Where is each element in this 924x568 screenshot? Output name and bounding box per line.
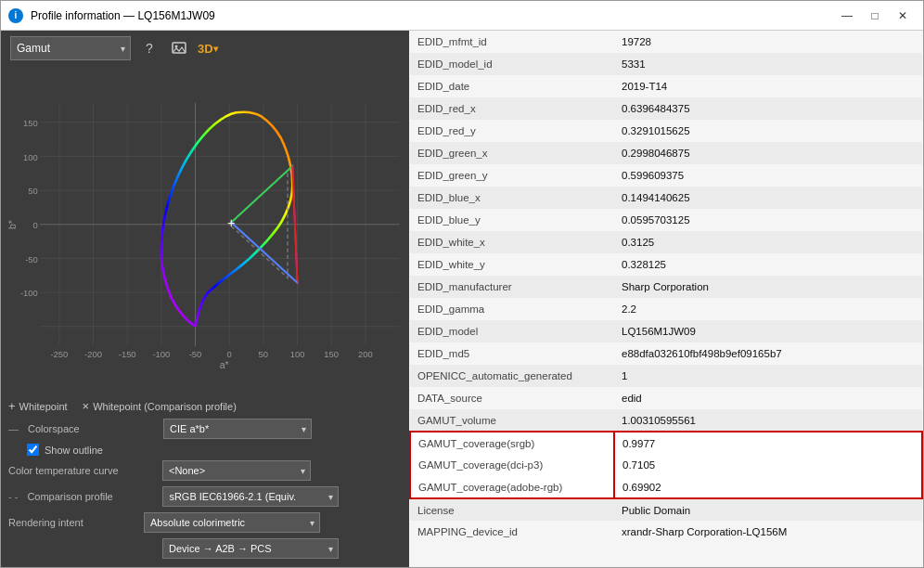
cross-icon: × [83, 399, 90, 413]
svg-text:150: 150 [324, 349, 339, 359]
gamut-chart: 150 100 50 0 -50 -100 -250 -200 -150 -10… [1, 66, 409, 393]
svg-text:+: + [227, 215, 236, 230]
svg-text:a*: a* [220, 360, 229, 370]
direction-select[interactable]: Device → A2B → PCS [162, 538, 339, 559]
row-value: Public Domain [614, 498, 922, 521]
svg-text:200: 200 [358, 349, 373, 359]
row-key: EDID_mfmt_id [410, 31, 614, 53]
table-row: GAMUT_volume1.00310595561 [410, 409, 922, 432]
app-icon: i [8, 8, 23, 23]
data-table-container[interactable]: EDID_mfmt_id19728EDID_model_id5331EDID_d… [409, 31, 923, 567]
table-row: LicensePublic Domain [410, 498, 922, 521]
row-key: DATA_source [410, 387, 614, 409]
row-value: 0.69902 [614, 476, 922, 498]
row-key: EDID_red_y [410, 120, 614, 142]
colorspace-row: — Colorspace CIE a*b* [8, 416, 402, 442]
comparison-label: Comparison profile [27, 491, 157, 502]
table-row: DATA_sourceedid [410, 387, 922, 409]
row-value: 2.2 [614, 298, 922, 320]
svg-text:100: 100 [23, 152, 38, 162]
row-key: EDID_white_x [410, 231, 614, 253]
row-value: 0.2998046875 [614, 142, 922, 164]
row-key: EDID_white_y [410, 253, 614, 276]
whitepoint-comparison-label: Whitepoint (Comparison profile) [93, 401, 237, 412]
svg-text:-250: -250 [50, 349, 68, 359]
table-row: EDID_blue_x0.1494140625 [410, 187, 922, 209]
whitepoint-legend: + Whitepoint [8, 399, 68, 413]
row-key: OPENICC_automatic_generated [410, 365, 614, 387]
table-row: EDID_green_x0.2998046875 [410, 142, 922, 164]
row-value: LQ156M1JW09 [614, 320, 922, 342]
comparison-row: - - Comparison profile sRGB IEC61966-2.1… [8, 484, 402, 510]
maximize-button[interactable]: □ [862, 6, 888, 26]
svg-text:-100: -100 [20, 288, 38, 298]
color-temp-label: Color temperature curve [8, 465, 157, 476]
row-key: EDID_blue_y [410, 209, 614, 231]
main-window: i Profile information — LQ156M1JW09 — □ … [0, 0, 924, 568]
table-row: EDID_manufacturerSharp Corporation [410, 276, 922, 298]
row-value: xrandr-Sharp Corporation-LQ156M [614, 521, 922, 543]
chart-area: 150 100 50 0 -50 -100 -250 -200 -150 -10… [1, 66, 409, 393]
table-row: EDID_gamma2.2 [410, 298, 922, 320]
image-button[interactable] [168, 37, 190, 59]
row-key: EDID_date [410, 75, 614, 97]
color-temp-row: Color temperature curve <None> [8, 458, 402, 484]
minimize-button[interactable]: — [834, 6, 860, 26]
row-value: 0.9977 [614, 432, 922, 454]
table-row: EDID_white_y0.328125 [410, 253, 922, 276]
row-value: 1 [614, 365, 922, 387]
row-key: EDID_gamma [410, 298, 614, 320]
comparison-select[interactable]: sRGB IEC61966-2.1 (Equiv. [162, 486, 339, 507]
row-value: 2019-T14 [614, 75, 922, 97]
table-row: EDID_date2019-T14 [410, 75, 922, 97]
close-button[interactable]: ✕ [890, 6, 916, 26]
direction-row: Device → A2B → PCS [8, 536, 402, 562]
row-value: 0.599609375 [614, 164, 922, 187]
row-value: 0.3125 [614, 231, 922, 253]
gamut-toolbar: Gamut ? 3D ▾ [1, 31, 409, 66]
row-key: EDID_green_y [410, 164, 614, 187]
plus-icon: + [8, 399, 16, 413]
three-d-arrow: ▾ [213, 44, 218, 54]
row-key: GAMUT_coverage(adobe-rgb) [410, 476, 614, 498]
gamut-select-wrapper: Gamut [10, 36, 131, 60]
window-title: Profile information — LQ156M1JW09 [31, 9, 834, 22]
colorspace-select[interactable]: CIE a*b* [163, 419, 312, 439]
row-value: Sharp Corporation [614, 276, 922, 298]
row-key: EDID_md5 [410, 342, 614, 365]
row-value: 0.7105 [614, 454, 922, 476]
table-row: EDID_green_y0.599609375 [410, 164, 922, 187]
help-button[interactable]: ? [138, 37, 160, 59]
svg-point-1 [175, 45, 178, 48]
rendering-intent-row: Rendering intent Absolute colorimetric [8, 510, 402, 536]
row-key: EDID_blue_x [410, 187, 614, 209]
row-value: 0.6396484375 [614, 97, 922, 120]
rendering-intent-label: Rendering intent [8, 517, 138, 528]
three-d-button[interactable]: 3D ▾ [198, 42, 218, 56]
show-outline-checkbox[interactable] [27, 444, 39, 456]
color-temp-select[interactable]: <None> [162, 460, 311, 481]
svg-text:b*: b* [7, 220, 18, 229]
svg-text:0: 0 [33, 220, 38, 230]
svg-text:-200: -200 [84, 349, 102, 359]
rendering-intent-select[interactable]: Absolute colorimetric [144, 512, 320, 533]
row-key: EDID_manufacturer [410, 276, 614, 298]
legend-row: + Whitepoint × Whitepoint (Comparison pr… [8, 396, 402, 416]
window-controls: — □ ✕ [834, 6, 916, 26]
row-value: e88dfa032610fbf498b9ef09165b7 [614, 342, 922, 365]
right-panel: EDID_mfmt_id19728EDID_model_id5331EDID_d… [409, 31, 923, 567]
gamut-select[interactable]: Gamut [10, 36, 131, 60]
svg-text:-50: -50 [189, 349, 202, 359]
table-row: GAMUT_coverage(dci-p3)0.7105 [410, 454, 922, 476]
title-bar: i Profile information — LQ156M1JW09 — □ … [1, 1, 923, 31]
row-key: GAMUT_coverage(dci-p3) [410, 454, 614, 476]
row-key: EDID_model_id [410, 53, 614, 75]
table-row: EDID_white_x0.3125 [410, 231, 922, 253]
show-outline-label: Show outline [45, 445, 103, 456]
svg-text:100: 100 [290, 349, 305, 359]
table-row: GAMUT_coverage(srgb)0.9977 [410, 432, 922, 454]
row-key: License [410, 498, 614, 521]
whitepoint-label: Whitepoint [19, 401, 68, 412]
svg-text:-150: -150 [119, 349, 136, 359]
table-row: EDID_red_y0.3291015625 [410, 120, 922, 142]
